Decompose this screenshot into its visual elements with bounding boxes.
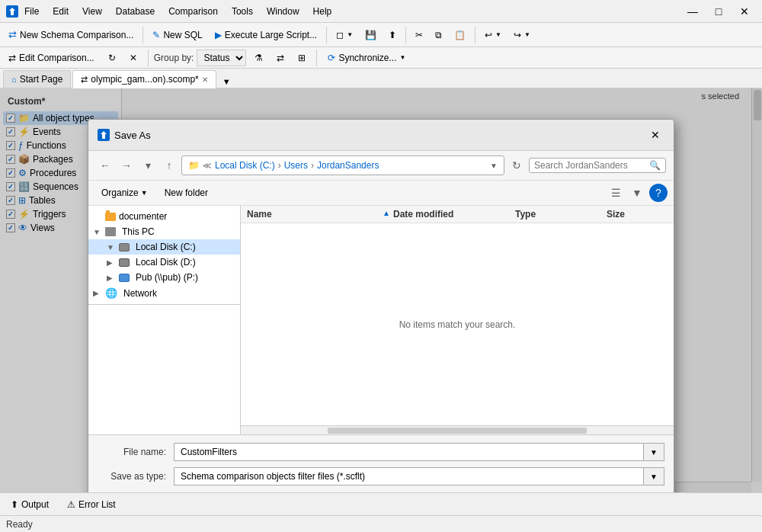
- help-button[interactable]: ?: [649, 184, 668, 202]
- expand-local-c-icon: ▼: [107, 243, 116, 252]
- search-input[interactable]: [534, 160, 649, 171]
- refresh-icon: ↻: [108, 53, 116, 63]
- new-folder-button[interactable]: New folder: [158, 184, 215, 201]
- file-tree-item-local-d[interactable]: ▶ Local Disk (D:): [88, 255, 240, 270]
- synchronize-button[interactable]: ⟳ Synchronize... ▼: [322, 50, 411, 66]
- separator4: [475, 27, 475, 43]
- hscrollbar-thumb: [328, 428, 588, 434]
- group-by-select[interactable]: Status: [197, 50, 246, 66]
- file-tree-item-pub[interactable]: ▶ Pub (\\pub) (P:): [88, 270, 240, 285]
- filter-button[interactable]: ⚗: [249, 50, 268, 66]
- redo-button[interactable]: ↪ ▼: [508, 27, 536, 43]
- menu-comparison[interactable]: Comparison: [162, 3, 224, 20]
- window-controls: — □ ✕: [681, 3, 756, 20]
- separator2: [326, 27, 327, 43]
- menu-edit[interactable]: Edit: [46, 3, 75, 20]
- view-more-button[interactable]: ▼: [628, 184, 646, 202]
- menu-window[interactable]: Window: [261, 3, 306, 20]
- back-button[interactable]: ←: [96, 156, 114, 175]
- redo-icon: ↪: [514, 30, 521, 40]
- app-icon: [6, 5, 18, 18]
- recent-locations-button[interactable]: ▾: [139, 156, 157, 175]
- dialog-file-toolbar: Organize ▼ New folder ☰ ▼ ?: [88, 181, 674, 206]
- file-tree-scrollbar: [88, 304, 240, 310]
- savetype-dropdown-button[interactable]: ▼: [643, 467, 664, 486]
- savetype-select[interactable]: Schema comparison objects filter files (…: [174, 467, 643, 486]
- breadcrumb-refresh-button[interactable]: ↻: [507, 156, 526, 175]
- filename-dropdown-button[interactable]: ▼: [643, 443, 664, 461]
- file-tree-item-this-pc[interactable]: ▼ This PC: [88, 224, 240, 239]
- breadcrumb-local-disk[interactable]: Local Disk (C:): [215, 160, 275, 171]
- workspace: Custom* 📁 All object types ⚡ Events ƒ Fu…: [0, 88, 762, 492]
- edit-comparison-button[interactable]: ⇄ Edit Comparison...: [3, 50, 100, 66]
- close-button[interactable]: ✕: [733, 3, 756, 20]
- separator3: [405, 27, 406, 43]
- copy-icon: ⧉: [435, 30, 442, 40]
- save-button[interactable]: 💾: [360, 27, 382, 43]
- svg-marker-0: [9, 8, 15, 15]
- tab-comparison[interactable]: ⇄ olympic_gam...on).scomp* ✕: [72, 70, 216, 88]
- separator5: [148, 50, 149, 66]
- menu-tools[interactable]: Tools: [226, 3, 259, 20]
- execute-large-script-button[interactable]: ▶ Execute Large Script...: [210, 27, 322, 43]
- dialog-nav: ← → ▾ ↑ 📁 ≪ Local Disk (C:) › Users › Jo…: [88, 151, 674, 181]
- dialog-body: documenter ▼ This PC ▼: [88, 206, 674, 434]
- menu-help[interactable]: Help: [307, 3, 338, 20]
- stop-button[interactable]: ✕: [124, 50, 142, 66]
- folder-documenter-icon: [105, 213, 116, 221]
- dialog-close-button[interactable]: ✕: [646, 126, 664, 144]
- new-sql-button[interactable]: ✎ New SQL: [147, 27, 207, 43]
- undo-button[interactable]: ↩ ▼: [479, 27, 507, 43]
- menu-database[interactable]: Database: [110, 3, 161, 20]
- col-size-header[interactable]: Size: [607, 209, 668, 220]
- organize-button[interactable]: Organize ▼: [94, 184, 155, 201]
- savetype-label: Save as type:: [98, 471, 174, 482]
- col-type-header[interactable]: Type: [515, 209, 607, 220]
- new-schema-comparison-button[interactable]: ⇄ New Schema Comparison...: [3, 26, 139, 43]
- pub-drive-icon: [119, 274, 130, 282]
- network-icon: 🌐: [105, 287, 117, 299]
- more-options-button[interactable]: ◻ ▼: [331, 27, 358, 43]
- minimize-button[interactable]: —: [681, 3, 704, 20]
- more-tabs-button[interactable]: ▼: [218, 75, 235, 88]
- search-box: 🔍: [529, 158, 666, 173]
- arrow-up-button[interactable]: ⬆: [383, 27, 402, 43]
- tab-close-icon[interactable]: ✕: [202, 75, 208, 84]
- expand-local-d-icon: ▶: [107, 258, 116, 267]
- tab-error-list[interactable]: ⚠ Error List: [62, 498, 120, 511]
- dialog-app-icon: [98, 129, 110, 141]
- swap-button[interactable]: ⇄: [271, 50, 290, 66]
- forward-button[interactable]: →: [117, 156, 136, 175]
- start-page-icon: ⌂: [11, 75, 17, 84]
- file-tree-item-documenter[interactable]: documenter: [88, 209, 240, 224]
- file-tree-item-network[interactable]: ▶ 🌐 Network: [88, 285, 240, 301]
- menu-view[interactable]: View: [76, 3, 108, 20]
- breadcrumb-bar: 📁 ≪ Local Disk (C:) › Users › JordanSand…: [181, 155, 504, 175]
- swap-icon: ⇄: [277, 53, 284, 63]
- paste-button[interactable]: 📋: [449, 27, 471, 43]
- col-name-header[interactable]: Name: [247, 209, 383, 220]
- breadcrumb-users[interactable]: Users: [284, 160, 308, 171]
- file-tree-item-local-c[interactable]: ▼ Local Disk (C:): [88, 239, 240, 255]
- dialog-content: Organize ▼ New folder ☰ ▼ ?: [88, 181, 674, 434]
- refresh-button[interactable]: ↻: [103, 50, 121, 66]
- paste-icon: 📋: [454, 30, 466, 40]
- expand-pub-icon: ▶: [107, 274, 116, 282]
- view-list-button[interactable]: ☰: [607, 184, 625, 202]
- execute-icon: ▶: [215, 30, 222, 40]
- menu-file[interactable]: File: [18, 3, 45, 20]
- copy-button[interactable]: ⧉: [430, 27, 447, 43]
- maximize-button[interactable]: □: [707, 3, 730, 20]
- breadcrumb-jordan[interactable]: JordanSanders: [317, 160, 379, 171]
- stop-icon: ✕: [130, 53, 137, 63]
- view-button[interactable]: ⊞: [293, 50, 311, 66]
- tab-output[interactable]: ⬆ Output: [6, 498, 53, 511]
- file-tree: documenter ▼ This PC ▼: [88, 206, 241, 434]
- filename-input[interactable]: [174, 443, 643, 461]
- tab-start-page[interactable]: ⌂ Start Page: [3, 70, 71, 88]
- cut-button[interactable]: ✂: [410, 27, 428, 43]
- col-date-header[interactable]: Date modified: [393, 209, 515, 220]
- up-button[interactable]: ↑: [160, 156, 178, 175]
- breadcrumb-dropdown-icon[interactable]: ▼: [490, 162, 498, 170]
- file-content-hscrollbar[interactable]: [241, 425, 674, 434]
